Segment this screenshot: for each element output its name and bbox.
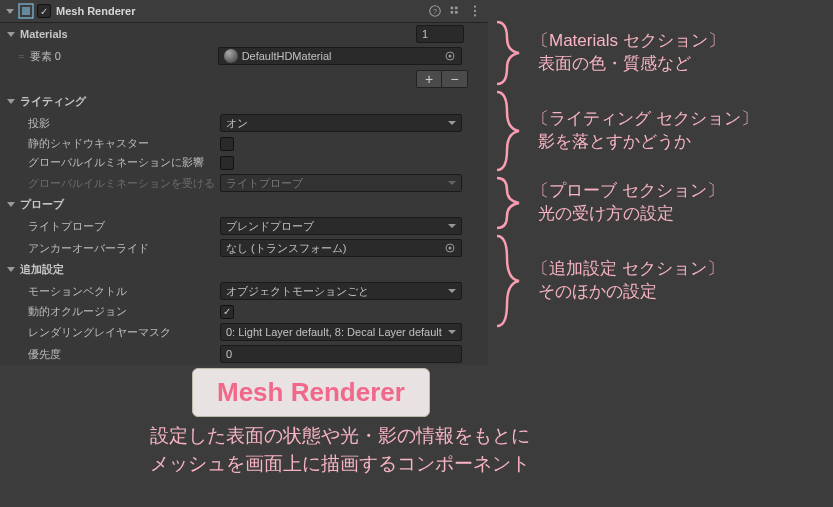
materials-element-field[interactable]: DefaultHDMaterial: [218, 47, 462, 65]
svg-point-10: [474, 14, 476, 16]
lighting-foldout-icon[interactable]: [7, 99, 15, 104]
light-probes-dropdown[interactable]: ブレンドプローブ: [220, 217, 462, 235]
component-foldout-icon[interactable]: [6, 9, 14, 14]
component-enable-checkbox[interactable]: [37, 4, 51, 18]
cast-shadows-dropdown[interactable]: オン: [220, 114, 462, 132]
material-preview-icon: [224, 49, 238, 63]
dynamic-occlusion-checkbox[interactable]: [220, 305, 234, 319]
drag-handle-icon[interactable]: =: [0, 50, 30, 63]
rendering-layer-label: レンダリングレイヤーマスク: [0, 325, 220, 340]
svg-text:?: ?: [433, 7, 438, 16]
caption-line-1: 設定した表面の状態や光・影の情報をもとに: [100, 422, 580, 450]
brace-icon: [490, 20, 526, 86]
inspector-panel: Mesh Renderer ? Materials 1 = 要素 0 Defau…: [0, 0, 488, 365]
materials-add-remove: + −: [0, 67, 488, 91]
anchor-override-field[interactable]: なし (トランスフォーム): [220, 239, 462, 257]
object-picker-icon[interactable]: [444, 242, 456, 254]
svg-point-14: [449, 247, 452, 250]
receive-gi-label: グローバルイルミネーションを受ける: [0, 176, 220, 191]
caption: 設定した表面の状態や光・影の情報をもとに メッシュを画面上に描画するコンポーネン…: [100, 422, 580, 477]
probes-header: プローブ: [20, 197, 64, 212]
callout-materials-desc: 表面の色・質感など: [532, 53, 725, 76]
svg-point-8: [474, 5, 476, 7]
brace-icon: [490, 176, 526, 230]
additional-header: 追加設定: [20, 262, 64, 277]
menu-icon[interactable]: [468, 4, 482, 18]
probes-foldout-icon[interactable]: [7, 202, 15, 207]
title-badge: Mesh Renderer: [192, 368, 430, 417]
component-title: Mesh Renderer: [56, 5, 428, 17]
object-picker-icon[interactable]: [444, 50, 456, 62]
svg-rect-4: [451, 7, 454, 10]
component-header[interactable]: Mesh Renderer ?: [0, 0, 488, 23]
additional-foldout-icon[interactable]: [7, 267, 15, 272]
light-probes-label: ライトプローブ: [0, 219, 220, 234]
motion-vectors-dropdown[interactable]: オブジェクトモーションごと: [220, 282, 462, 300]
contribute-gi-checkbox[interactable]: [220, 156, 234, 170]
mesh-renderer-icon: [18, 3, 34, 19]
receive-gi-dropdown: ライトプローブ: [220, 174, 462, 192]
callout-additional-title: 〔追加設定 セクション〕: [532, 258, 724, 281]
materials-element-row: = 要素 0 DefaultHDMaterial: [0, 45, 488, 67]
static-shadow-caster-checkbox[interactable]: [220, 137, 234, 151]
dynamic-occlusion-label: 動的オクルージョン: [0, 304, 220, 319]
materials-foldout-icon[interactable]: [7, 32, 15, 37]
svg-rect-1: [22, 7, 30, 15]
contribute-gi-label: グローバルイルミネーションに影響: [0, 155, 220, 170]
chevron-down-icon: [448, 121, 456, 125]
materials-header: Materials: [20, 28, 416, 40]
brace-icon: [490, 234, 526, 328]
svg-point-9: [474, 10, 476, 12]
chevron-down-icon: [448, 224, 456, 228]
callout-additional-desc: そのほかの設定: [532, 281, 724, 304]
svg-rect-6: [451, 11, 454, 14]
priority-label: 優先度: [0, 347, 220, 362]
callout-lighting-title: 〔ライティング セクション〕: [532, 108, 758, 131]
brace-icon: [490, 90, 526, 172]
cast-shadows-label: 投影: [0, 116, 220, 131]
materials-remove-button[interactable]: −: [442, 70, 468, 88]
callout-materials-title: 〔Materials セクション〕: [532, 30, 725, 53]
caption-line-2: メッシュを画面上に描画するコンポーネント: [100, 450, 580, 478]
anchor-override-label: アンカーオーバーライド: [0, 241, 220, 256]
svg-rect-7: [455, 11, 458, 14]
lighting-header: ライティング: [20, 94, 86, 109]
svg-rect-5: [455, 7, 458, 10]
priority-field[interactable]: 0: [220, 345, 462, 363]
chevron-down-icon: [448, 289, 456, 293]
rendering-layer-dropdown[interactable]: 0: Light Layer default, 8: Decal Layer d…: [220, 323, 462, 341]
chevron-down-icon: [448, 181, 456, 185]
motion-vectors-label: モーションベクトル: [0, 284, 220, 299]
materials-count-field[interactable]: 1: [416, 25, 464, 43]
help-icon[interactable]: ?: [428, 4, 442, 18]
preset-icon[interactable]: [448, 4, 462, 18]
svg-point-12: [449, 55, 452, 58]
callout-probes-title: 〔プローブ セクション〕: [532, 180, 724, 203]
static-shadow-caster-label: 静的シャドウキャスター: [0, 136, 220, 151]
chevron-down-icon: [448, 330, 456, 334]
annotations: 〔Materials セクション〕表面の色・質感など 〔ライティング セクション…: [490, 18, 830, 330]
callout-lighting-desc: 影を落とすかどうか: [532, 131, 758, 154]
callout-probes-desc: 光の受け方の設定: [532, 203, 724, 226]
materials-element-label: 要素 0: [30, 49, 218, 64]
materials-add-button[interactable]: +: [416, 70, 442, 88]
